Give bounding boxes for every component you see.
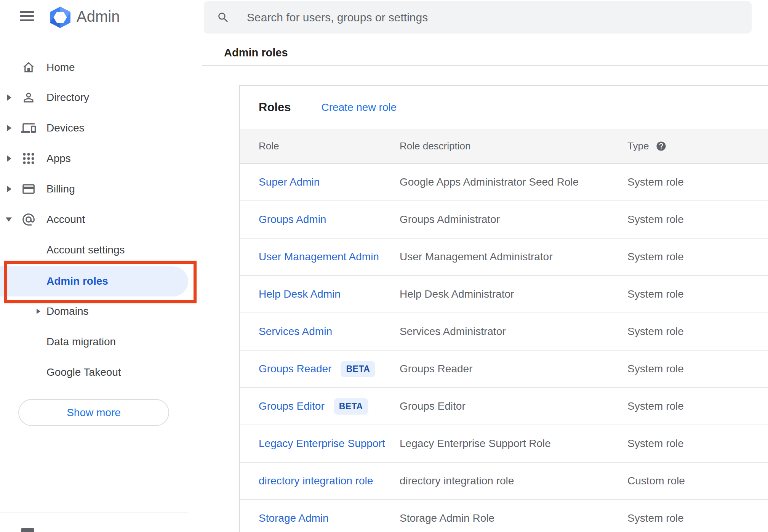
role-description: Groups Reader xyxy=(400,363,627,375)
create-new-role-link[interactable]: Create new role xyxy=(321,101,397,114)
role-type: System role xyxy=(627,176,768,188)
breadcrumb: Admin roles xyxy=(224,46,288,59)
table-row: Groups ReaderBETA Groups Reader System r… xyxy=(240,351,768,388)
table-row: Groups EditorBETA Groups Editor System r… xyxy=(240,388,768,425)
clipped-icon xyxy=(21,528,34,532)
table-header-row: Role Role description Type xyxy=(240,129,768,164)
search-bar[interactable] xyxy=(204,1,752,34)
sidebar-item-label: Admin roles xyxy=(46,275,108,287)
role-type: System role xyxy=(627,325,768,338)
role-description: Storage Admin Role xyxy=(400,512,627,524)
table-row: Legacy Enterprise Support Legacy Enterpr… xyxy=(240,425,768,463)
role-type: System role xyxy=(627,288,768,300)
admin-console-page: Admin Home Directory Devices xyxy=(0,0,768,532)
apps-grid-icon xyxy=(21,151,36,166)
sidebar-item-label: Directory xyxy=(46,91,89,104)
sidebar-item-label: Billing xyxy=(46,183,75,195)
role-description: User Management Administrator xyxy=(400,251,627,263)
sidebar-item-label: Data migration xyxy=(46,336,116,348)
chevron-right-icon xyxy=(7,155,11,162)
role-description: directory integration role xyxy=(400,475,627,487)
at-email-icon xyxy=(21,212,36,227)
role-link[interactable]: Services Admin xyxy=(259,325,332,338)
role-type: System role xyxy=(627,400,768,412)
beta-badge: BETA xyxy=(334,398,368,415)
role-description: Groups Administrator xyxy=(400,213,627,226)
sidebar-bottom-divider xyxy=(0,513,188,513)
search-icon xyxy=(217,11,230,24)
credit-card-icon xyxy=(21,182,36,196)
app-title: Admin xyxy=(77,8,120,25)
sidebar-item-label: Google Takeout xyxy=(46,366,121,378)
sidebar-item-billing[interactable]: Billing xyxy=(0,174,202,204)
role-link[interactable]: Storage Admin xyxy=(259,512,329,524)
table-row: Super Admin Google Apps Administrator Se… xyxy=(240,164,768,201)
sidebar-item-google-takeout[interactable]: Google Takeout xyxy=(0,357,202,388)
sidebar-item-devices[interactable]: Devices xyxy=(0,113,202,143)
role-description: Help Desk Administrator xyxy=(400,288,627,300)
column-header-type: Type xyxy=(627,140,768,152)
table-row: Storage Admin Storage Admin Role System … xyxy=(240,500,768,532)
role-link[interactable]: Groups Editor xyxy=(259,400,325,412)
roles-card: Roles Create new role Role Role descript… xyxy=(239,85,768,532)
show-more-button[interactable]: Show more xyxy=(18,399,169,426)
roles-card-header: Roles Create new role xyxy=(240,86,768,129)
table-row: User Management Admin User Management Ad… xyxy=(240,239,768,276)
role-link[interactable]: directory integration role xyxy=(259,475,373,487)
role-description: Google Apps Administrator Seed Role xyxy=(400,176,627,188)
chevron-right-icon xyxy=(37,309,40,314)
sidebar-item-label: Devices xyxy=(46,122,85,134)
header-divider xyxy=(202,65,768,66)
chevron-down-icon xyxy=(6,218,12,222)
role-type: System role xyxy=(627,363,768,375)
hamburger-menu-icon[interactable] xyxy=(20,11,34,21)
help-icon[interactable] xyxy=(656,141,667,152)
sidebar-item-apps[interactable]: Apps xyxy=(0,143,202,174)
sidebar: Admin Home Directory Devices xyxy=(0,0,202,532)
admin-hexagon-logo xyxy=(48,6,72,28)
sidebar-item-admin-roles[interactable]: Admin roles xyxy=(0,266,202,296)
beta-badge: BETA xyxy=(341,361,375,377)
role-description: Legacy Enterprise Support Role xyxy=(400,437,627,450)
role-link[interactable]: Groups Admin xyxy=(259,213,326,226)
sidebar-item-domains[interactable]: Domains xyxy=(0,296,202,327)
table-row: Groups Admin Groups Administrator System… xyxy=(240,201,768,239)
sidebar-item-label: Account settings xyxy=(46,244,125,256)
table-row: Help Desk Admin Help Desk Administrator … xyxy=(240,276,768,313)
table-row: Services Admin Services Administrator Sy… xyxy=(240,313,768,351)
person-icon xyxy=(21,90,36,105)
role-link[interactable]: Groups Reader xyxy=(259,363,331,375)
role-type: System role xyxy=(627,213,768,226)
table-row: directory integration role directory int… xyxy=(240,463,768,500)
role-type: System role xyxy=(627,251,768,263)
sidebar-item-label: Apps xyxy=(46,152,71,165)
column-header-role: Role xyxy=(240,140,400,152)
chevron-right-icon xyxy=(7,125,11,131)
sidebar-item-label: Account xyxy=(46,213,85,226)
sidebar-item-label: Domains xyxy=(46,305,88,317)
home-icon xyxy=(21,60,36,75)
role-description: Services Administrator xyxy=(400,325,627,338)
sidebar-item-label: Home xyxy=(46,61,75,74)
sidebar-item-data-migration[interactable]: Data migration xyxy=(0,327,202,357)
card-title: Roles xyxy=(259,101,291,114)
role-type: System role xyxy=(627,512,768,524)
sidebar-item-account[interactable]: Account xyxy=(0,204,202,235)
search-input[interactable] xyxy=(247,11,752,24)
role-link[interactable]: Super Admin xyxy=(259,176,320,188)
sidebar-item-account-settings[interactable]: Account settings xyxy=(0,235,202,265)
column-header-role-description: Role description xyxy=(400,140,627,152)
sidebar-item-home[interactable]: Home xyxy=(0,52,202,83)
role-link[interactable]: Legacy Enterprise Support xyxy=(259,437,385,450)
role-type: System role xyxy=(627,437,768,450)
role-description: Groups Editor xyxy=(400,400,627,412)
chevron-right-icon xyxy=(7,95,11,101)
devices-icon xyxy=(21,121,36,135)
chevron-right-icon xyxy=(7,186,11,192)
sidebar-item-directory[interactable]: Directory xyxy=(0,82,202,113)
role-link[interactable]: Help Desk Admin xyxy=(259,288,341,300)
role-type: Custom role xyxy=(627,475,768,487)
role-link[interactable]: User Management Admin xyxy=(259,251,379,263)
